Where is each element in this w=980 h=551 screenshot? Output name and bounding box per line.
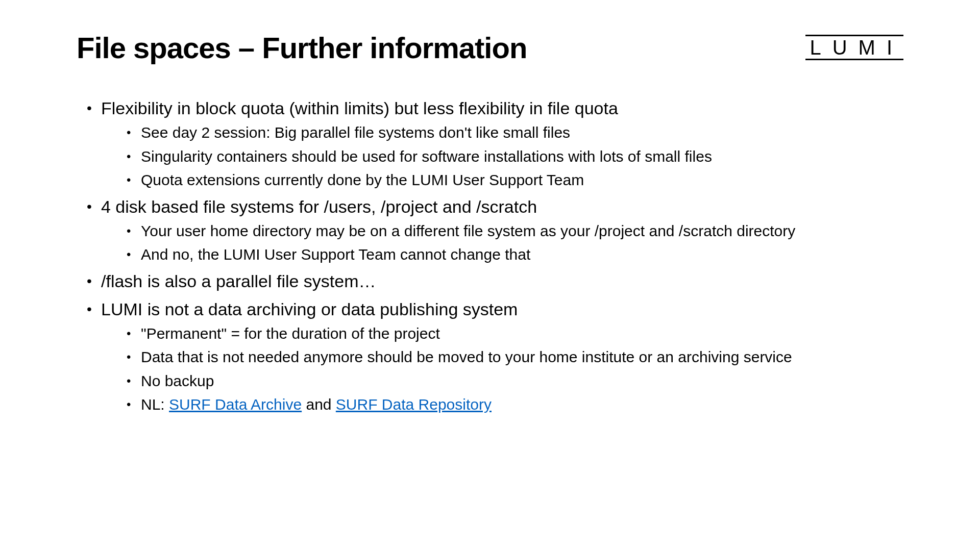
bullet-text: /flash is also a parallel file system… (101, 271, 376, 291)
bullet-text: Singularity containers should be used fo… (141, 148, 712, 165)
bullet-text: "Permanent" = for the duration of the pr… (141, 325, 440, 342)
link-surf-archive[interactable]: SURF Data Archive (169, 396, 302, 413)
lumi-logo: LUMI (805, 35, 903, 60)
bullet-item: Quota extensions currently done by the L… (127, 170, 903, 191)
bullet-text: Flexibility in block quota (within limit… (101, 98, 618, 118)
bullet-item: 4 disk based file systems for /users, /p… (87, 194, 903, 265)
bullet-item: /flash is also a parallel file system… (87, 268, 903, 294)
bullet-text: LUMI is not a data archiving or data pub… (101, 299, 518, 319)
bullet-list-top: Flexibility in block quota (within limit… (77, 95, 903, 415)
bullet-list-sub: "Permanent" = for the duration of the pr… (101, 323, 903, 415)
link-surf-repository[interactable]: SURF Data Repository (336, 396, 492, 413)
bullet-text: Your user home directory may be on a dif… (141, 222, 795, 239)
bullet-text: And no, the LUMI User Support Team canno… (141, 246, 530, 263)
bullet-list-sub: Your user home directory may be on a dif… (101, 221, 903, 265)
bullet-item: Flexibility in block quota (within limit… (87, 95, 903, 191)
bullet-text-prefix: NL: (141, 396, 169, 413)
bullet-item: And no, the LUMI User Support Team canno… (127, 244, 903, 265)
bullet-text: Data that is not needed anymore should b… (141, 348, 792, 365)
bullet-list-sub: See day 2 session: Big parallel file sys… (101, 122, 903, 191)
slide-container: File spaces – Further information LUMI F… (0, 0, 980, 449)
bullet-text: 4 disk based file systems for /users, /p… (101, 197, 537, 216)
bullet-item: Data that is not needed anymore should b… (127, 347, 903, 368)
slide-title: File spaces – Further information (77, 31, 527, 65)
bullet-item: See day 2 session: Big parallel file sys… (127, 122, 903, 143)
bullet-item: Your user home directory may be on a dif… (127, 221, 903, 242)
bullet-text: See day 2 session: Big parallel file sys… (141, 124, 570, 141)
bullet-text-mid: and (302, 396, 336, 413)
bullet-item: NL: SURF Data Archive and SURF Data Repo… (127, 394, 903, 415)
bullet-item: No backup (127, 371, 903, 392)
bullet-text: Quota extensions currently done by the L… (141, 171, 584, 188)
bullet-item: "Permanent" = for the duration of the pr… (127, 323, 903, 344)
bullet-item: LUMI is not a data archiving or data pub… (87, 296, 903, 415)
bullet-text: No backup (141, 372, 214, 389)
bullet-item: Singularity containers should be used fo… (127, 146, 903, 167)
slide-header: File spaces – Further information LUMI (77, 31, 903, 65)
